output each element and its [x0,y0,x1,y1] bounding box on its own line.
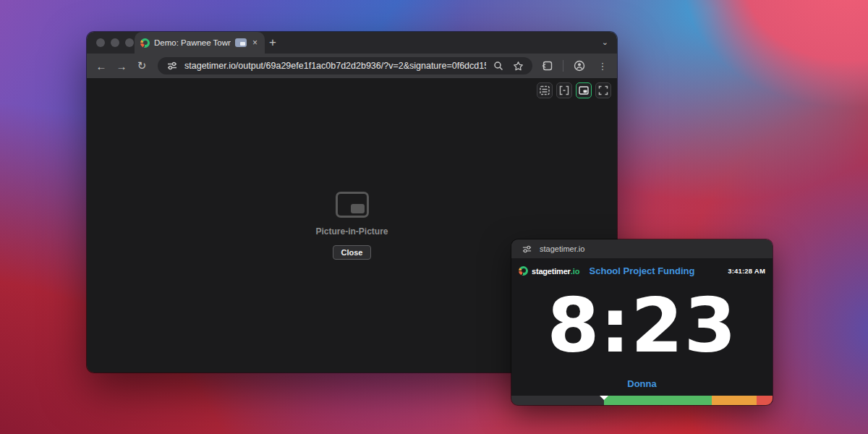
layout-rows-button[interactable] [537,82,553,98]
tab-title: Demo: Pawnee Townhall | [154,38,231,47]
browser-toolbar: ← → ↻ stagetimer.io/output/69a29efe1f1ac… [87,54,617,78]
site-settings-icon[interactable] [165,59,179,73]
address-bar[interactable]: stagetimer.io/output/69a29efe1f1ac0b7d2d… [158,57,532,75]
menu-kebab-icon[interactable]: ⋮ [594,57,611,75]
view-mode-buttons [537,82,611,98]
pip-window-titlebar[interactable]: stagetimer.io [511,239,773,258]
timer-progress-bar [511,396,773,405]
picture-in-picture-button[interactable] [576,82,592,98]
tab-pip-indicator-icon [235,38,247,47]
profile-avatar-icon[interactable] [572,59,587,73]
close-window-button[interactable] [96,38,105,47]
forward-button[interactable]: → [113,57,130,75]
fullscreen-button[interactable] [595,82,611,98]
back-button[interactable]: ← [93,57,110,75]
speaker-name: Donna [511,378,773,396]
focus-mode-button[interactable] [556,82,572,98]
pip-timer-content: stagetimer.io School Project Funding 3:4… [511,258,773,405]
pip-window-origin: stagetimer.io [540,244,584,253]
site-settings-icon [519,242,534,256]
stagetimer-favicon [140,38,150,48]
current-time: 3:41:28 AM [696,267,765,275]
picture-in-picture-icon [336,192,369,218]
tab-close-button[interactable]: × [251,37,259,48]
side-panel-icon[interactable] [540,59,554,73]
tab-strip: Demo: Pawnee Townhall | × + ⌄ [87,32,617,54]
zoom-window-button[interactable] [125,38,134,47]
bookmark-star-icon[interactable] [511,59,525,73]
browser-tab[interactable]: Demo: Pawnee Townhall | × [135,32,265,54]
minimize-window-button[interactable] [111,38,119,47]
pip-timer-window[interactable]: stagetimer.io stagetimer.io School Proje… [511,239,773,405]
toolbar-divider [563,60,563,72]
countdown-timer: 8:23 [511,274,773,378]
progress-segment-orange [712,396,757,405]
stagetimer-logo-icon [519,266,528,276]
zoom-page-icon[interactable] [491,59,506,73]
tab-search-chevron-icon[interactable]: ⌄ [602,38,608,47]
progress-segment-green [604,396,712,405]
close-pip-button[interactable]: Close [333,245,372,260]
progress-segment-elapsed [511,396,604,405]
reload-button[interactable]: ↻ [133,57,150,75]
progress-marker-icon [600,396,608,400]
pip-placeholder-label: Picture-in-Picture [315,226,388,237]
url-text[interactable]: stagetimer.io/output/69a29efe1f1ac0b7d2d… [184,61,486,71]
progress-segment-red [757,396,773,405]
new-tab-button[interactable]: + [269,35,276,50]
